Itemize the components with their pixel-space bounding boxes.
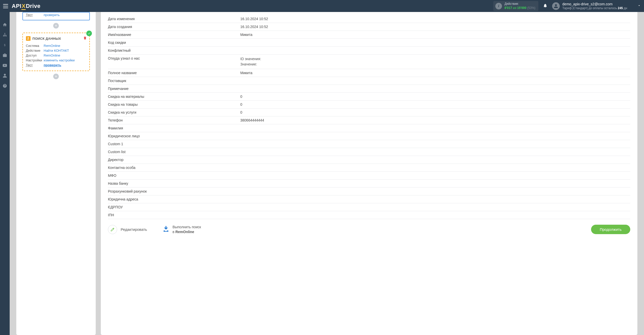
detail-key: Имя/название	[108, 31, 240, 38]
detail-row: Юридическое лицо	[108, 132, 630, 140]
step-card-search[interactable]: 2 ПОИСК ДАННЫХ СистемаRemOnline Действие…	[22, 33, 90, 71]
detail-row: Дата создания16.10.2024 10:52	[108, 23, 630, 31]
detail-value: 16.10.2024 10:52	[240, 15, 630, 23]
detail-value: Микита	[240, 69, 630, 77]
detail-row: Дата изменения16.10.2024 10:52	[108, 15, 630, 23]
avatar-icon	[552, 2, 560, 10]
detail-value	[240, 85, 630, 92]
logo-text-post: Drive	[26, 3, 40, 9]
detail-row: ЄДРПОУ	[108, 203, 630, 211]
detail-row: Фамилия	[108, 124, 630, 132]
run-search-button[interactable]: Выполнить поиск в RemOnline	[162, 225, 201, 234]
detail-value: Микита	[240, 31, 630, 38]
link-test[interactable]: проверить	[44, 63, 61, 67]
detail-row: Скидка на товары0	[108, 101, 630, 109]
svg-rect-1	[3, 36, 4, 36]
sidebar-youtube-icon[interactable]	[2, 63, 7, 68]
step-number: 2	[26, 36, 31, 41]
continue-button[interactable]: Продолжить	[591, 225, 630, 234]
link-check[interactable]: проверить	[44, 13, 60, 17]
logo-x: X	[21, 3, 26, 9]
link-system[interactable]: RemOnline	[44, 44, 60, 48]
detail-value	[240, 132, 630, 140]
edit-button[interactable]: Редактировать	[108, 225, 147, 234]
detail-row: Розрахунковий рахунок	[108, 187, 630, 195]
edit-label: Редактировать	[121, 227, 147, 232]
detail-row: Custom list	[108, 148, 630, 156]
detail-row: Полное названиеМикита	[108, 69, 630, 77]
detail-key: Телефон	[108, 116, 240, 124]
detail-key: Полное название	[108, 69, 240, 77]
detail-row: Скидка на материалы0	[108, 93, 630, 101]
svg-rect-0	[5, 33, 5, 34]
detail-value	[240, 195, 630, 203]
logo[interactable]: APIXDrive	[12, 3, 40, 9]
detail-row: Custom 1	[108, 140, 630, 148]
detail-key: Скидка на услуги	[108, 109, 240, 116]
detail-key: Custom 1	[108, 140, 240, 148]
detail-row: Контактна особа	[108, 164, 630, 172]
check-icon	[86, 31, 92, 36]
step-card-source[interactable]: Тестпроверить	[22, 12, 90, 20]
detail-value	[240, 211, 630, 219]
sidebar-briefcase-icon[interactable]	[2, 53, 7, 58]
detail-key: Скидка на товары	[108, 101, 240, 108]
user-tariff: Тариф |Стандарт| до оплаты осталось 245 …	[562, 6, 627, 10]
notifications-bell-icon[interactable]	[543, 3, 548, 9]
user-menu[interactable]: demo_apix-drive_s2@com.com Тариф |Станда…	[552, 2, 641, 10]
detail-value	[240, 124, 630, 132]
detail-key: Дата изменения	[108, 15, 240, 23]
detail-row: Скидка на услуги0	[108, 109, 630, 116]
detail-key: Фамилия	[108, 124, 240, 132]
sidebar-help-icon[interactable]	[2, 83, 7, 88]
detail-key: Код скидки	[108, 39, 240, 46]
detail-key: Директор	[108, 156, 240, 164]
detail-row: Телефон380664444444	[108, 116, 630, 124]
detail-row: Директор	[108, 156, 630, 164]
actions-counter[interactable]: i Действия: 8'017 из 15'000 (53%)	[493, 1, 538, 11]
detail-key: Розрахунковий рахунок	[108, 187, 240, 195]
sidebar-billing-icon[interactable]	[2, 43, 7, 48]
delete-step-icon[interactable]	[83, 36, 87, 41]
detail-key: Конфликтный	[108, 47, 240, 54]
sidebar-user-icon[interactable]	[2, 73, 7, 78]
link-access[interactable]: RemOnline	[44, 53, 60, 57]
add-step-button-2[interactable]: +	[53, 74, 59, 79]
detail-key: Примечание	[108, 85, 240, 92]
steps-panel: Тестпроверить + 2 ПОИСК ДАННЫХ СистемаRe…	[16, 12, 96, 335]
sidebar	[0, 12, 10, 335]
detail-key: Назва банку	[108, 180, 240, 187]
detail-value	[240, 172, 630, 179]
detail-value	[240, 156, 630, 164]
detail-row: Код скидки	[108, 39, 630, 47]
step-title: ПОИСК ДАННЫХ	[33, 37, 61, 41]
detail-row: Имя/названиеМикита	[108, 31, 630, 39]
info-icon: i	[495, 3, 502, 9]
details-panel: Дата изменения16.10.2024 10:52Дата созда…	[101, 12, 637, 335]
link-action[interactable]: Найти КОНТАКТ	[44, 49, 69, 52]
actions-label: Действия:	[505, 2, 535, 6]
user-email: demo_apix-drive_s2@com.com	[562, 2, 627, 6]
detail-value: 380664444444	[240, 116, 630, 124]
detail-key: Юридическое лицо	[108, 132, 240, 140]
svg-rect-3	[6, 36, 7, 36]
detail-value	[240, 187, 630, 195]
detail-key: Скидка на материалы	[108, 93, 240, 100]
sidebar-connections-icon[interactable]	[2, 32, 7, 37]
label-test: Тест	[26, 13, 44, 17]
download-icon	[162, 225, 170, 233]
detail-value	[240, 148, 630, 156]
detail-row: МФО	[108, 172, 630, 180]
detail-row: Примечание	[108, 85, 630, 93]
detail-value: 0	[240, 101, 630, 108]
sidebar-home-icon[interactable]	[2, 22, 7, 27]
detail-value: 0	[240, 93, 630, 100]
link-settings[interactable]: изменить настройки	[44, 58, 75, 62]
run-search-label: Выполнить поиск в RemOnline	[173, 225, 201, 234]
detail-key: Поставщик	[108, 77, 240, 85]
detail-row: Юридична адреса	[108, 195, 630, 203]
menu-toggle[interactable]	[3, 4, 8, 8]
actions-values: 8'017 из 15'000 (53%)	[505, 6, 535, 10]
add-step-button[interactable]: +	[53, 23, 59, 29]
detail-key: Откуда узнал о нас	[108, 55, 240, 69]
